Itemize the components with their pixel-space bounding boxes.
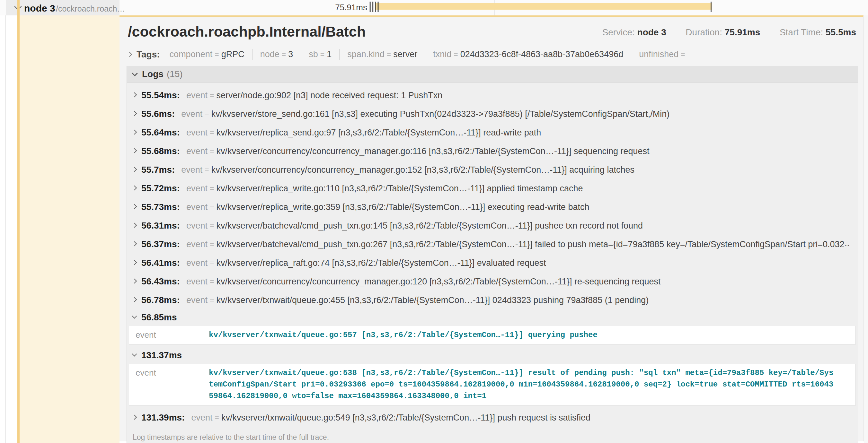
- expand-log-icon[interactable]: [132, 260, 137, 265]
- log-row-expanded[interactable]: 56.85ms: [127, 309, 858, 325]
- log-detail-box: event kv/kvserver/txnwait/queue.go:557 […: [129, 326, 856, 344]
- log-field-key: event: [129, 367, 209, 402]
- expand-tags-icon[interactable]: [127, 52, 132, 57]
- meta-divider: [770, 28, 770, 37]
- tag-key: unfinished: [639, 49, 679, 59]
- tag-key: span.kind: [347, 49, 384, 59]
- log-timestamp: 55.73ms:: [141, 202, 180, 212]
- tag-value: 024d3323-6c8f-4863-aa8b-37ab0e63496d: [460, 49, 623, 59]
- duration-label: Duration:: [685, 27, 722, 37]
- logs-footer-note: Log timestamps are relative to the start…: [127, 429, 858, 443]
- expand-log-icon[interactable]: [132, 130, 137, 135]
- log-row[interactable]: 56.78ms:event=kv/kvserver/txnwait/queue.…: [127, 291, 858, 309]
- log-message: kv/kvserver/concurrency/concurrency_mana…: [216, 277, 660, 286]
- logs-title: Logs: [142, 69, 163, 79]
- equals-sign: =: [210, 184, 214, 193]
- log-field-value: kv/kvserver/txnwait/queue.go:557 [n3,s3,…: [209, 329, 835, 341]
- logs-header[interactable]: Logs (15): [127, 66, 858, 82]
- panel-right-gutter: [864, 15, 868, 443]
- expand-log-icon[interactable]: [132, 167, 137, 172]
- expand-log-icon[interactable]: [132, 111, 137, 116]
- log-field-key: event: [186, 295, 208, 305]
- span-bar[interactable]: [375, 3, 712, 10]
- log-row-expanded[interactable]: 131.37ms: [127, 347, 858, 363]
- expand-log-icon[interactable]: [132, 241, 137, 246]
- span-color-stripe: [17, 0, 20, 443]
- log-field-key: event: [129, 329, 209, 341]
- log-message: kv/kvserver/replica_write.go:359 [n3,s3,…: [216, 202, 589, 212]
- equals-sign: =: [210, 240, 214, 248]
- start-time-label: Start Time:: [780, 27, 823, 37]
- log-timestamp: 55.68ms:: [141, 146, 180, 156]
- equals-sign: =: [387, 50, 391, 59]
- log-row[interactable]: 55.54ms:event=server/node.go:902 [n3] no…: [127, 86, 858, 104]
- span-duration-label: 75.91ms: [287, 3, 367, 12]
- expand-log-icon[interactable]: [132, 93, 137, 98]
- span-detail-header: /cockroach.roachpb.Internal/Batch Servic…: [120, 17, 863, 40]
- log-message: kv/kvserver/replica_raft.go:74 [n3,s3,r6…: [216, 258, 546, 268]
- expand-log-icon[interactable]: [132, 223, 137, 228]
- equals-sign: =: [210, 203, 214, 211]
- tag-value: 3: [288, 49, 293, 59]
- log-field-key: event: [181, 109, 203, 119]
- log-row[interactable]: 131.39ms:event=kv/kvserver/txnwait/queue…: [127, 408, 858, 427]
- expand-log-icon[interactable]: [132, 279, 137, 284]
- log-row[interactable]: 55.73ms:event=kv/kvserver/replica_write.…: [127, 197, 858, 216]
- log-row[interactable]: 56.43ms:event=kv/kvserver/concurrency/co…: [127, 272, 858, 291]
- timeline-column-divider: [178, 0, 178, 15]
- equals-sign: =: [215, 413, 219, 422]
- collapse-logs-icon[interactable]: [132, 70, 137, 76]
- log-row[interactable]: 56.41ms:event=kv/kvserver/replica_raft.g…: [127, 253, 858, 272]
- tag-item: component=gRPC: [162, 49, 252, 60]
- equals-sign: =: [205, 166, 209, 174]
- log-row[interactable]: 55.72ms:event=kv/kvserver/replica_write.…: [127, 179, 858, 197]
- log-row[interactable]: 56.37ms:event=kv/kvserver/batcheval/cmd_…: [127, 235, 858, 253]
- log-field-key: event: [191, 413, 212, 422]
- equals-sign: =: [210, 147, 214, 156]
- meta-divider: [676, 28, 676, 37]
- log-timestamp: 56.37ms:: [141, 239, 180, 249]
- log-timestamp: 55.6ms:: [141, 109, 175, 119]
- log-timestamp: 56.41ms:: [141, 258, 180, 268]
- left-rule: [5, 0, 6, 443]
- log-field-key: event: [186, 91, 208, 100]
- expand-log-icon[interactable]: [132, 204, 137, 209]
- tag-value: gRPC: [221, 49, 245, 59]
- span-meta: Service: node 3 Duration: 75.91ms Start …: [602, 27, 856, 38]
- tag-item: span.kind=server: [340, 49, 425, 60]
- log-field-key: event: [186, 128, 208, 137]
- log-field-key: event: [186, 258, 208, 268]
- tag-value: server: [393, 49, 417, 59]
- collapse-log-icon[interactable]: [132, 314, 137, 319]
- equals-sign: =: [205, 110, 209, 118]
- log-message: kv/kvserver/replica_send.go:97 [n3,s3,r6…: [216, 128, 541, 137]
- span-name-cell[interactable]: node 3 /cockroach.roach…: [6, 0, 120, 15]
- expand-log-icon[interactable]: [132, 185, 137, 191]
- log-detail-box: event kv/kvserver/txnwait/queue.go:538 […: [129, 364, 856, 405]
- log-row[interactable]: 55.7ms:event=kv/kvserver/concurrency/con…: [127, 160, 858, 179]
- equals-sign: =: [681, 50, 685, 59]
- log-field-key: event: [186, 221, 208, 231]
- log-message: kv/kvserver/replica_write.go:110 [n3,s3,…: [216, 183, 583, 193]
- log-row[interactable]: 55.6ms:event=kv/kvserver/store_send.go:1…: [127, 104, 858, 123]
- expand-log-icon[interactable]: [132, 148, 137, 154]
- equals-sign: =: [210, 296, 214, 304]
- log-row[interactable]: 55.68ms:event=kv/kvserver/concurrency/co…: [127, 142, 858, 160]
- log-row[interactable]: 55.64ms:event=kv/kvserver/replica_send.g…: [127, 123, 858, 142]
- tags-label: Tags:: [136, 49, 160, 60]
- log-field-key: event: [186, 146, 208, 156]
- collapse-log-icon[interactable]: [132, 351, 137, 356]
- log-marker-ticks: [369, 2, 379, 12]
- log-field-key: event: [181, 165, 203, 175]
- equals-sign: =: [282, 50, 286, 59]
- log-row[interactable]: 56.31ms:event=kv/kvserver/batcheval/cmd_…: [127, 216, 858, 235]
- expand-log-icon[interactable]: [132, 415, 137, 420]
- span-row[interactable]: node 3 /cockroach.roach… 75.91ms: [0, 0, 868, 15]
- log-timestamp: 55.7ms:: [141, 165, 175, 175]
- tags-row[interactable]: Tags: component=gRPC node=3 sb=1 span.ki…: [120, 44, 863, 63]
- tag-item: unfinished=: [631, 49, 695, 60]
- tag-item: txnid=024d3323-6c8f-4863-aa8b-37ab0e6349…: [425, 49, 631, 60]
- service-label: Service:: [602, 27, 635, 37]
- equals-sign: =: [210, 91, 214, 100]
- expand-log-icon[interactable]: [132, 297, 137, 302]
